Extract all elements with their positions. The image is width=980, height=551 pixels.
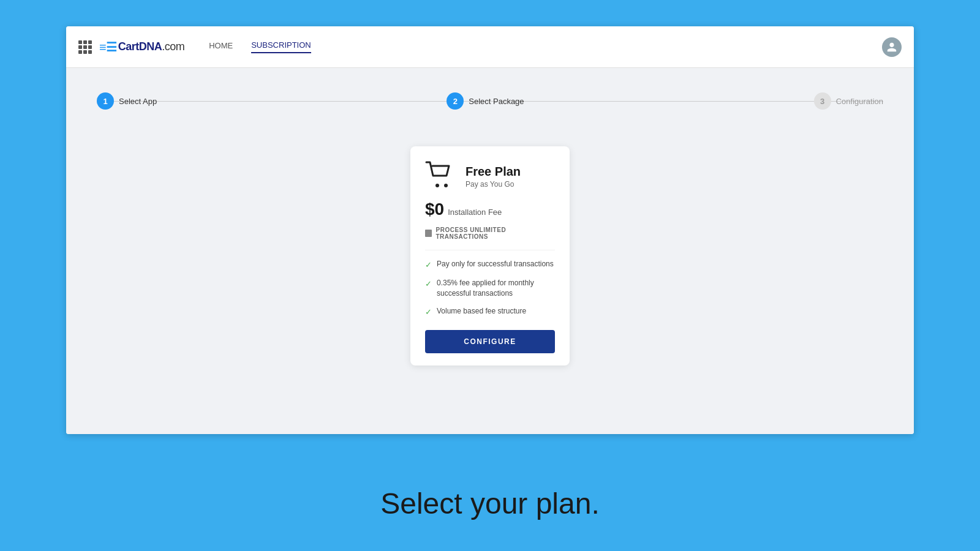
feature-2-text: 0.35% fee applied for monthly successful… xyxy=(437,278,555,299)
check-icon-2: ✓ xyxy=(425,279,432,290)
plan-card: Free Plan Pay as You Go $0 Installation … xyxy=(410,146,570,365)
browser-window: ≡☰ CartDNA .com HOME SUBSCRIPTION 1 xyxy=(66,26,914,434)
user-avatar[interactable] xyxy=(882,37,902,57)
price-label: Installation Fee xyxy=(448,208,502,217)
step-1-circle: 1 xyxy=(97,92,114,110)
main-content: 1 Select App 2 Select Package 3 Configur… xyxy=(66,68,914,434)
nav-right xyxy=(882,37,902,57)
plan-title-block: Free Plan Pay as You Go xyxy=(466,165,521,189)
feature-2: ✓ 0.35% fee applied for monthly successf… xyxy=(425,278,555,299)
configure-button[interactable]: CONFIGURE xyxy=(425,330,555,353)
svg-point-0 xyxy=(435,184,439,187)
step-3-label: Configuration xyxy=(836,97,883,106)
plan-divider xyxy=(425,250,555,250)
logo-icon: ≡☰ xyxy=(99,40,117,54)
check-icon-1: ✓ xyxy=(425,260,432,271)
stepper: 1 Select App 2 Select Package 3 Configur… xyxy=(97,92,883,110)
plan-name: Free Plan xyxy=(466,165,521,179)
nav-subscription[interactable]: SUBSCRIPTION xyxy=(251,40,311,53)
navbar: ≡☰ CartDNA .com HOME SUBSCRIPTION xyxy=(66,26,914,68)
badge-icon xyxy=(425,230,432,237)
step-2: 2 Select Package xyxy=(447,92,524,110)
step-3: 3 Configuration xyxy=(814,92,883,110)
plan-price: $0 Installation Fee xyxy=(425,200,555,219)
svg-point-1 xyxy=(444,184,448,187)
step-2-circle: 2 xyxy=(447,92,464,110)
badge-text: PROCESS UNLIMITED TRANSACTIONS xyxy=(435,227,555,240)
plan-badge: PROCESS UNLIMITED TRANSACTIONS xyxy=(425,227,555,240)
feature-3: ✓ Volume based fee structure xyxy=(425,306,555,318)
check-icon-3: ✓ xyxy=(425,307,432,318)
plan-subtitle: Pay as You Go xyxy=(466,180,521,189)
price-amount: $0 xyxy=(425,200,444,219)
nav-home[interactable]: HOME xyxy=(209,41,233,53)
nav-links: HOME SUBSCRIPTION xyxy=(209,40,311,53)
feature-1-text: Pay only for successful transactions xyxy=(437,259,554,269)
plan-card-container: Free Plan Pay as You Go $0 Installation … xyxy=(97,140,883,365)
step-1-label: Select App xyxy=(119,97,157,106)
logo: ≡☰ CartDNA .com xyxy=(99,40,184,54)
cart-icon xyxy=(425,161,456,192)
feature-3-text: Volume based fee structure xyxy=(437,306,526,317)
step-2-label: Select Package xyxy=(469,97,524,106)
bottom-caption: Select your plan. xyxy=(0,487,980,520)
grid-menu-icon[interactable] xyxy=(78,40,92,54)
logo-com: .com xyxy=(162,40,184,53)
plan-header: Free Plan Pay as You Go xyxy=(425,161,555,192)
step-3-circle: 3 xyxy=(814,92,831,110)
feature-1: ✓ Pay only for successful transactions xyxy=(425,259,555,271)
logo-brand: CartDNA xyxy=(118,40,162,53)
plan-features: ✓ Pay only for successful transactions ✓… xyxy=(425,259,555,318)
step-1: 1 Select App xyxy=(97,92,157,110)
